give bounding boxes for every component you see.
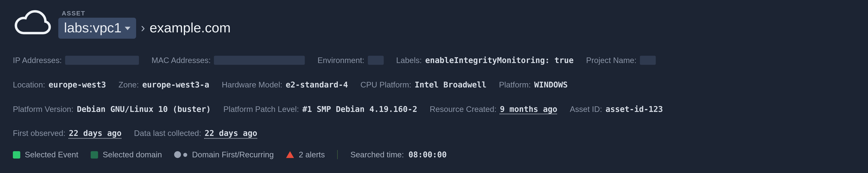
redacted-value xyxy=(640,56,656,65)
meta-mac-addresses: MAC Addresses: xyxy=(152,52,305,69)
caret-down-icon xyxy=(125,27,131,30)
legend-row: Selected Event Selected domain Domain Fi… xyxy=(13,150,868,159)
asset-domain: example.com xyxy=(150,20,230,36)
redacted-value xyxy=(65,56,139,65)
meta-asset-id: Asset ID: asset-id-123 xyxy=(570,100,663,118)
square-icon xyxy=(13,151,20,158)
legend-domain-first-recurring: Domain First/Recurring xyxy=(175,150,274,159)
square-icon xyxy=(91,151,98,158)
meta-zone: Zone: europe-west3-a xyxy=(119,76,209,94)
chevron-right-icon: › xyxy=(141,21,145,35)
meta-labels: Labels: enableIntegrityMonitoring: true xyxy=(396,52,574,69)
legend-searched-time: Searched time: 08:00:00 xyxy=(350,150,447,159)
meta-location: Location: europe-west3 xyxy=(13,76,106,94)
asset-chip-text: labs:vpc1 xyxy=(64,20,122,36)
asset-selector-chip[interactable]: labs:vpc1 xyxy=(58,17,136,38)
meta-hardware-model: Hardware Model: e2-standard-4 xyxy=(222,76,348,94)
meta-environment: Environment: xyxy=(317,52,384,69)
alert-triangle-icon xyxy=(286,151,294,158)
redacted-value xyxy=(368,56,384,65)
asset-metadata: IP Addresses: MAC Addresses: Environment… xyxy=(13,52,868,142)
divider xyxy=(337,150,338,159)
meta-first-observed: First observed: 22 days ago xyxy=(13,125,122,142)
legend-selected-domain: Selected domain xyxy=(91,150,162,159)
asset-label: ASSET xyxy=(62,9,230,16)
meta-project-name: Project Name: xyxy=(586,52,656,69)
asset-header: ASSET labs:vpc1 › example.com xyxy=(13,8,868,39)
meta-data-last-collected: Data last collected: 22 days ago xyxy=(134,125,257,142)
cloud-icon xyxy=(13,8,52,39)
redacted-value xyxy=(214,56,305,65)
meta-platform-patch: Platform Patch Level: #1 SMP Debian 4.19… xyxy=(223,100,417,118)
meta-resource-created: Resource Created: 9 months ago xyxy=(430,100,557,118)
legend-selected-event: Selected Event xyxy=(13,150,78,159)
meta-platform: Platform: WINDOWS xyxy=(499,76,568,94)
dots-icon xyxy=(175,151,188,158)
meta-ip-addresses: IP Addresses: xyxy=(13,52,139,69)
meta-cpu-platform: CPU Platform: Intel Broadwell xyxy=(361,76,487,94)
meta-platform-version: Platform Version: Debian GNU/Linux 10 (b… xyxy=(13,100,211,118)
legend-alerts[interactable]: 2 alerts xyxy=(286,150,325,159)
